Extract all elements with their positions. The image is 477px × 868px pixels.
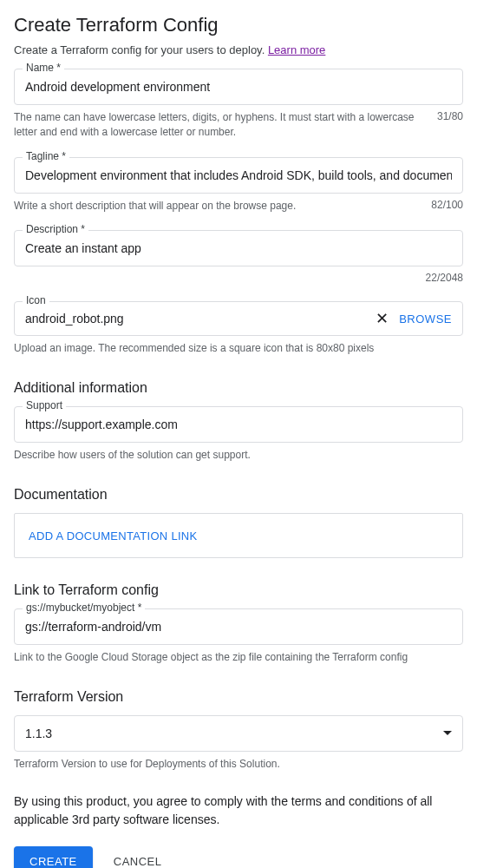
documentation-box: ADD A DOCUMENTATION LINK — [14, 513, 463, 558]
support-input[interactable] — [14, 406, 463, 443]
tagline-count: 82/100 — [431, 199, 463, 214]
description-input[interactable] — [14, 230, 463, 266]
button-row: CREATE CANCEL — [14, 846, 463, 868]
icon-field-wrap: Icon ✕ BROWSE — [14, 301, 463, 336]
add-documentation-link-button[interactable]: ADD A DOCUMENTATION LINK — [29, 529, 198, 542]
subtitle-text: Create a Terraform config for your users… — [14, 43, 268, 56]
version-select[interactable]: 1.1.3 — [14, 715, 463, 752]
learn-more-link[interactable]: Learn more — [268, 43, 325, 56]
browse-button[interactable]: BROWSE — [399, 312, 452, 326]
icon-field-inner: ✕ BROWSE — [14, 301, 463, 336]
close-icon[interactable]: ✕ — [376, 311, 389, 326]
additional-info-title: Additional information — [14, 380, 463, 396]
page-subtitle: Create a Terraform config for your users… — [14, 43, 463, 56]
version-value: 1.1.3 — [25, 727, 52, 740]
gcs-field-wrap: gs://mybucket/myobject * — [14, 608, 463, 645]
icon-label: Icon — [23, 294, 49, 306]
chevron-down-icon — [443, 731, 452, 735]
name-label: Name * — [23, 62, 64, 74]
description-label: Description * — [23, 223, 88, 235]
name-helper-row: The name can have lowercase letters, dig… — [14, 110, 463, 140]
support-helper: Describe how users of the solution can g… — [14, 448, 463, 463]
name-input[interactable] — [14, 69, 463, 105]
name-field-wrap: Name * — [14, 69, 463, 105]
description-count: 22/2048 — [426, 272, 463, 284]
tagline-input[interactable] — [14, 157, 463, 194]
description-helper-row: 22/2048 — [14, 272, 463, 284]
agreement-text: By using this product, you agree to comp… — [14, 792, 463, 829]
tagline-field-wrap: Tagline * — [14, 157, 463, 194]
name-helper: The name can have lowercase letters, dig… — [14, 110, 427, 140]
tagline-helper: Write a short description that will appe… — [14, 199, 421, 214]
gcs-label: gs://mybucket/myobject * — [23, 602, 145, 614]
version-helper: Terraform Version to use for Deployments… — [14, 757, 463, 772]
gcs-input[interactable] — [14, 608, 463, 645]
support-field-wrap: Support — [14, 406, 463, 443]
cancel-button[interactable]: CANCEL — [107, 846, 169, 868]
description-field-wrap: Description * — [14, 230, 463, 266]
support-label: Support — [23, 399, 66, 411]
tagline-helper-row: Write a short description that will appe… — [14, 199, 463, 214]
tagline-label: Tagline * — [23, 150, 69, 162]
description-helper — [14, 272, 415, 284]
version-title: Terraform Version — [14, 689, 463, 705]
name-count: 31/80 — [437, 110, 463, 140]
icon-input[interactable] — [25, 312, 365, 326]
icon-helper: Upload an image. The recommended size is… — [14, 341, 463, 356]
documentation-title: Documentation — [14, 487, 463, 503]
page-title: Create Terraform Config — [14, 14, 463, 36]
create-button[interactable]: CREATE — [14, 846, 93, 868]
link-config-title: Link to Terraform config — [14, 582, 463, 598]
gcs-helper: Link to the Google Cloud Storage object … — [14, 650, 463, 665]
